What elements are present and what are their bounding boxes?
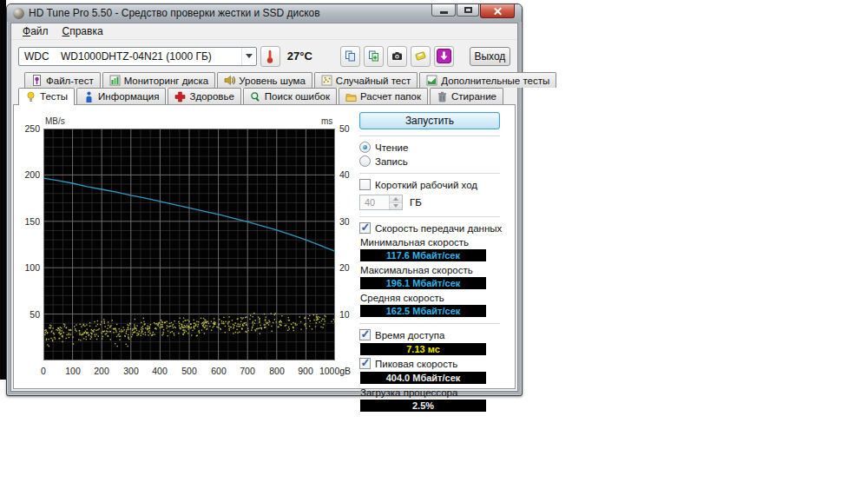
tab-strip: Файл-тестМониторинг дискаУровень шумаСлу…: [11, 72, 517, 104]
tab-случайный-тест[interactable]: Случайный тест: [314, 72, 418, 88]
tab-поиск-ошибок[interactable]: Поиск ошибок: [243, 88, 337, 104]
copy-file-icon: [368, 50, 379, 62]
copy-button[interactable]: [340, 46, 360, 67]
arrow-up-icon: [393, 197, 398, 201]
menu-item-0[interactable]: Файл: [16, 24, 56, 38]
erase-trash-icon: [437, 91, 448, 102]
thermometer-icon: [264, 49, 276, 64]
menu-item-1[interactable]: Справка: [56, 24, 110, 38]
y-left-tick: 200: [17, 169, 40, 180]
benchmark-tab-panel: MB/sms2502001501005050403020100100200300…: [13, 104, 516, 389]
tab-label: Поиск ошибок: [265, 91, 330, 102]
x-axis-tick: 1000gB: [316, 366, 354, 376]
app-icon: [13, 8, 24, 19]
tab-label: Уровень шума: [239, 76, 306, 86]
short-stroke-size-stepper[interactable]: 40: [359, 195, 403, 210]
client-area: ФайлСправка WDC WD1000DHTZ-04N21 (1000 Г…: [10, 23, 518, 392]
stepper-up-button[interactable]: [390, 195, 402, 202]
noise-level-icon: [224, 75, 235, 86]
avg-speed-value-box: 162.5 Мбайт/сек: [360, 305, 486, 317]
disk-monitor-icon: [109, 75, 121, 86]
screenshot-camera-icon: [391, 50, 403, 62]
copy-icon: [345, 50, 356, 62]
y-right-tick: 30: [339, 216, 350, 227]
file-test-icon: [31, 75, 43, 86]
download-button[interactable]: [434, 46, 454, 67]
exit-button[interactable]: Выход: [470, 47, 510, 66]
window-title: HD Tune Pro 5.50 - Средство проверки жес…: [29, 7, 320, 19]
screenshot-camera-button[interactable]: [387, 46, 407, 67]
access-time-value: 7.13 мс: [406, 344, 440, 354]
download-icon: [437, 49, 451, 63]
tab-дополнительные-тесты[interactable]: Дополнительные тесты: [419, 72, 556, 88]
y-left-tick: 250: [17, 123, 40, 134]
error-scan-icon: [250, 91, 261, 102]
title-bar[interactable]: HD Tune Pro 5.50 - Средство проверки жес…: [7, 4, 522, 22]
tests-bulb-icon: [25, 91, 36, 102]
extra-tests-icon: [426, 75, 437, 86]
avg-speed-label: Средняя скорость: [360, 293, 503, 303]
cpu-usage-value-box: 2.5%: [360, 400, 486, 412]
tab-label: Файл-тест: [46, 76, 94, 86]
cpu-usage-value: 2.5%: [412, 400, 434, 411]
close-button[interactable]: [480, 4, 515, 18]
temperature-value: 27°C: [287, 50, 312, 63]
run-test-button[interactable]: Запустить: [359, 112, 500, 129]
stepper-down-button[interactable]: [390, 202, 402, 210]
access-time-checkbox[interactable]: [359, 329, 371, 340]
y-left-tick: 100: [17, 262, 40, 273]
short-stroke-checkbox[interactable]: [359, 179, 371, 190]
drive-selector-value: WDC WD1000DHTZ-04N21 (1000 ГБ): [19, 50, 241, 63]
transfer-rate-checkbox[interactable]: [359, 222, 371, 234]
avg-speed-value: 162.5 Мбайт/сек: [386, 306, 461, 316]
burst-rate-label: Пиковая скорость: [375, 359, 457, 369]
tab-здоровье[interactable]: Здоровье: [168, 88, 240, 104]
copy-file-button[interactable]: [364, 46, 384, 67]
maximize-button[interactable]: [457, 4, 479, 17]
app-window: HD Tune Pro 5.50 - Средство проверки жес…: [6, 3, 523, 396]
min-speed-value-box: 117.6 Мбайт/сек: [360, 249, 486, 261]
chevron-down-icon: [246, 54, 253, 58]
tab-label: Дополнительные тесты: [441, 76, 549, 86]
drive-selector[interactable]: WDC WD1000DHTZ-04N21 (1000 ГБ): [18, 47, 257, 66]
tab-стирание[interactable]: Стирание: [430, 88, 503, 104]
tab-label: Здоровье: [189, 91, 233, 102]
separator: [359, 173, 500, 174]
burst-rate-checkbox[interactable]: [359, 358, 371, 369]
temperature-button[interactable]: [260, 46, 280, 67]
tab-label: Расчет папок: [360, 91, 421, 102]
drive-selector-arrow[interactable]: [241, 48, 256, 65]
tab-уровень-шума[interactable]: Уровень шума: [217, 72, 312, 88]
save-button[interactable]: [411, 46, 431, 67]
menu-bar: ФайлСправка: [11, 23, 517, 40]
tab-label: Тесты: [40, 91, 68, 102]
toolbar-buttons: [340, 46, 454, 67]
max-speed-value: 196.1 Мбайт/сек: [386, 278, 461, 288]
minimize-icon: [440, 11, 448, 14]
tab-label: Случайный тест: [336, 76, 411, 86]
y-left-tick: 150: [17, 216, 40, 227]
y-right-axis-unit: ms: [321, 116, 332, 126]
write-radio[interactable]: [359, 155, 371, 167]
tab-файл-тест[interactable]: Файл-тест: [24, 72, 101, 88]
tab-тесты[interactable]: Тесты: [18, 88, 75, 105]
desktop-background-strip: [0, 0, 6, 380]
transfer-rate-label: Скорость передачи данных: [375, 223, 502, 234]
y-right-tick: 20: [339, 262, 350, 273]
access-time-label: Время доступа: [375, 330, 444, 340]
cpu-usage-label: Загрузка процессора: [360, 387, 503, 398]
y-right-tick: 10: [339, 309, 350, 320]
tab-label: Информация: [98, 91, 159, 102]
save-icon: [415, 50, 426, 62]
maximize-icon: [464, 7, 472, 13]
minimize-button[interactable]: [431, 4, 456, 17]
tab-расчет-папок[interactable]: Расчет папок: [339, 88, 428, 104]
tab-мониторинг-диска[interactable]: Мониторинг диска: [102, 72, 216, 88]
chart-plot-area: [43, 129, 335, 360]
read-radio[interactable]: [359, 142, 371, 153]
write-radio-label: Запись: [375, 156, 408, 167]
tab-информация[interactable]: Информация: [76, 88, 166, 104]
tab-label: Стирание: [451, 91, 496, 102]
burst-rate-value: 404.0 Мбайт/сек: [386, 373, 461, 383]
read-radio-label: Чтение: [375, 142, 408, 153]
